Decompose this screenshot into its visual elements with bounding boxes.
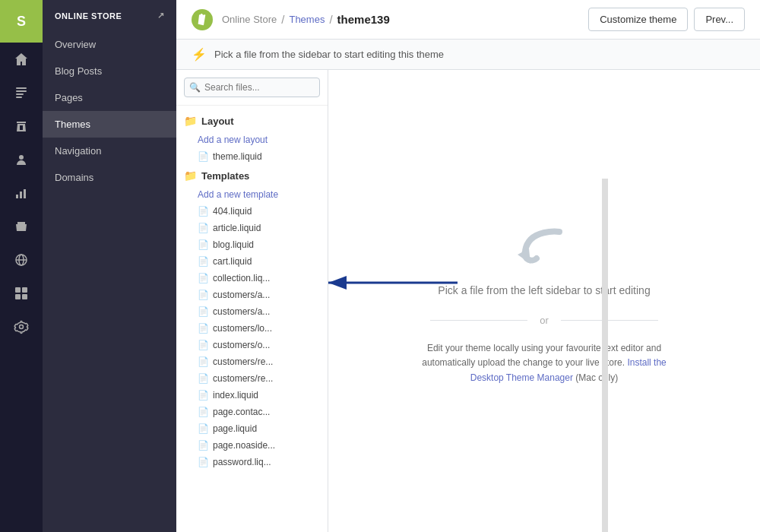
file-item-label: customers/o... — [213, 340, 270, 350]
breadcrumb-part1[interactable]: Online Store — [222, 14, 277, 25]
svg-rect-12 — [22, 287, 27, 293]
file-icon: 📄 — [198, 306, 209, 317]
analytics-nav-icon[interactable] — [0, 176, 43, 210]
app-logo[interactable]: S — [0, 0, 43, 43]
products-nav-icon[interactable] — [0, 109, 43, 143]
file-item-label: customers/a... — [213, 306, 270, 317]
file-item-label: page.liquid — [213, 423, 257, 434]
sidebar-item-domains[interactable]: Domains — [43, 164, 176, 191]
file-item-customers-a1[interactable]: 📄 customers/a... — [176, 287, 328, 303]
breadcrumb: Online Store / Themes / theme139 — [192, 9, 390, 30]
file-item-label: collection.liq... — [213, 273, 270, 283]
breadcrumb-part2[interactable]: Themes — [289, 14, 325, 25]
add-template-link[interactable]: Add a new template — [176, 186, 328, 203]
globe-nav-icon[interactable] — [0, 243, 43, 277]
layout-section-label: Layout — [201, 116, 234, 127]
editor-divider: or — [430, 315, 658, 326]
file-item-theme-liquid[interactable]: 📄 theme.liquid — [176, 148, 328, 165]
sidebar-item-pages[interactable]: Pages — [43, 84, 176, 111]
file-item-label: 404.liquid — [213, 206, 252, 217]
svg-rect-1 — [16, 90, 27, 92]
file-item-404[interactable]: 📄 404.liquid — [176, 203, 328, 220]
file-icon: 📄 — [198, 223, 209, 233]
file-sidebar: 🔍 📁 Layout Add a new layout 📄 theme.liqu… — [176, 70, 328, 532]
editor-placeholder-text: Pick a file from the left sidebar to sta… — [438, 284, 650, 296]
svg-rect-7 — [24, 189, 26, 198]
file-icon: 📄 — [198, 457, 209, 467]
apps-nav-icon[interactable] — [0, 277, 43, 310]
banner-icon: ⚡ — [192, 47, 207, 62]
banner: ⚡ Pick a file from the sidebar to start … — [176, 40, 760, 70]
svg-rect-0 — [16, 87, 27, 89]
file-item-label: index.liquid — [213, 390, 258, 401]
sidebar-item-themes[interactable]: Themes — [43, 111, 176, 138]
file-item-label: theme.liquid — [213, 151, 262, 162]
templates-section-header: 📁 Templates — [176, 165, 328, 186]
file-item-article[interactable]: 📄 article.liquid — [176, 220, 328, 236]
file-icon: 📄 — [198, 206, 209, 217]
file-icon: 📄 — [198, 273, 209, 283]
file-item-page-contact[interactable]: 📄 page.contac... — [176, 404, 328, 420]
svg-point-15 — [20, 325, 24, 329]
file-item-customers-re2[interactable]: 📄 customers/re... — [176, 370, 328, 387]
file-icon: 📄 — [198, 373, 209, 384]
external-link-icon[interactable]: ↗ — [157, 11, 165, 21]
customers-nav-icon[interactable] — [0, 143, 43, 176]
file-item-customers-o[interactable]: 📄 customers/o... — [176, 337, 328, 353]
file-item-label: customers/a... — [213, 290, 270, 300]
file-item-blog[interactable]: 📄 blog.liquid — [176, 236, 328, 253]
breadcrumb-sep1: / — [281, 13, 284, 26]
or-label: or — [540, 315, 549, 326]
file-icon: 📄 — [198, 407, 209, 417]
settings-nav-icon[interactable] — [0, 310, 43, 344]
file-item-password[interactable]: 📄 password.liq... — [176, 454, 328, 470]
sidebar-item-overview[interactable]: Overview — [43, 31, 176, 58]
file-item-label: customers/re... — [213, 356, 273, 367]
back-arrow-icon — [514, 217, 575, 272]
sidebar-header: ONLINE STORE ↗ — [43, 0, 176, 31]
file-item-label: password.liq... — [213, 457, 271, 467]
file-item-page[interactable]: 📄 page.liquid — [176, 420, 328, 437]
file-icon: 📄 — [198, 440, 209, 451]
svg-rect-2 — [16, 93, 24, 95]
file-item-customers-lo[interactable]: 📄 customers/lo... — [176, 320, 328, 337]
marketing-nav-icon[interactable] — [0, 210, 43, 243]
breadcrumb-current: theme139 — [337, 13, 390, 26]
search-icon: 🔍 — [189, 82, 201, 93]
file-item-label: page.contac... — [213, 407, 270, 417]
file-item-index[interactable]: 📄 index.liquid — [176, 387, 328, 404]
file-item-label: blog.liquid — [213, 239, 254, 250]
add-layout-link[interactable]: Add a new layout — [176, 131, 328, 148]
preview-button[interactable]: Prev... — [694, 8, 745, 31]
file-icon: 📄 — [198, 423, 209, 434]
file-icon: 📄 — [198, 390, 209, 401]
content-area: 🔍 📁 Layout Add a new layout 📄 theme.liqu… — [176, 70, 760, 532]
topbar-actions: Customize theme Prev... — [588, 8, 745, 31]
file-item-cart[interactable]: 📄 cart.liquid — [176, 253, 328, 270]
sidebar: ONLINE STORE ↗ Overview Blog Posts Pages… — [43, 0, 176, 532]
file-item-customers-a2[interactable]: 📄 customers/a... — [176, 303, 328, 320]
sidebar-item-blog-posts[interactable]: Blog Posts — [43, 58, 176, 84]
svg-rect-13 — [15, 294, 21, 299]
search-input[interactable] — [184, 78, 320, 97]
file-item-label: page.noaside... — [213, 440, 275, 451]
file-icon: 📄 — [198, 340, 209, 350]
home-nav-icon[interactable] — [0, 43, 43, 76]
file-icon: 📄 — [198, 256, 209, 267]
sidebar-item-navigation[interactable]: Navigation — [43, 138, 176, 164]
svg-rect-14 — [22, 294, 27, 299]
app-nav: S — [0, 0, 43, 532]
file-item-collection[interactable]: 📄 collection.liq... — [176, 270, 328, 287]
file-item-label: customers/re... — [213, 373, 273, 384]
file-item-page-noaside[interactable]: 📄 page.noaside... — [176, 437, 328, 454]
svg-rect-5 — [16, 195, 18, 198]
divider-left — [430, 320, 527, 321]
file-item-label: cart.liquid — [213, 256, 252, 267]
mac-only-text: (Mac only) — [575, 372, 618, 383]
customize-theme-button[interactable]: Customize theme — [588, 8, 688, 31]
orders-nav-icon[interactable] — [0, 76, 43, 109]
file-item-customers-re1[interactable]: 📄 customers/re... — [176, 353, 328, 370]
shopify-logo — [192, 9, 213, 30]
editor-area: Pick a file from the left sidebar to sta… — [328, 70, 760, 532]
svg-rect-6 — [20, 192, 22, 198]
